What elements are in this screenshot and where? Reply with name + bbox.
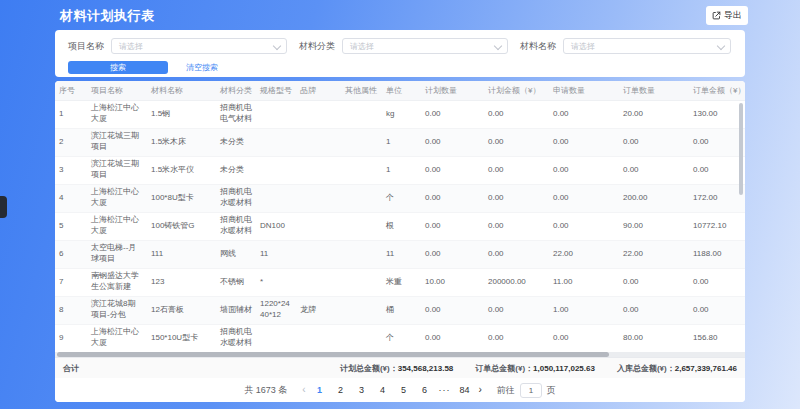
table-cell: 滨江花城三期项目 <box>87 128 147 156</box>
table-cell <box>296 100 341 128</box>
table-cell: 0.00 <box>689 296 745 324</box>
table-cell: 滨江花城三期项目 <box>87 156 147 184</box>
table-cell: 123 <box>147 268 216 296</box>
filter-label: 项目名称 <box>68 40 104 53</box>
table-cell: 11 <box>256 240 296 268</box>
page-buttons: 123456···84 <box>313 385 472 395</box>
page-button-1[interactable]: 1 <box>313 385 327 395</box>
table-cell: 2 <box>55 128 87 156</box>
table-cell: 0.00 <box>619 268 689 296</box>
table-cell: 0.00 <box>421 128 484 156</box>
table-cell: 上海松江中心大厦 <box>87 184 147 212</box>
table-row: 3滨江花城三期项目1.5米水平仪未分类10.000.000.000.000.00 <box>55 156 745 184</box>
table-cell: 1.5钢 <box>147 100 216 128</box>
page-title: 材料计划执行表 <box>60 7 155 25</box>
page-button-6[interactable]: 6 <box>418 385 432 395</box>
table-row: 7南钢盛达大学生公寓新建123不锈钢*米重10.00200000.0011.00… <box>55 268 745 296</box>
table-cell: 0.00 <box>549 100 619 128</box>
vertical-scrollbar[interactable] <box>739 103 743 195</box>
table-cell: 1 <box>55 100 87 128</box>
table-cell: 1220*2440*12 <box>256 296 296 324</box>
table-cell: 22.00 <box>549 240 619 268</box>
table-cell: 太空电梯--月球项目 <box>87 240 147 268</box>
table-cell: 0.00 <box>484 100 549 128</box>
page-button-3[interactable]: 3 <box>355 385 369 395</box>
clear-search-link[interactable]: 清空搜索 <box>186 62 218 73</box>
table-cell: 22.00 <box>619 240 689 268</box>
table-cell: 0.00 <box>421 296 484 324</box>
table-cell: 0.00 <box>549 324 619 352</box>
export-icon <box>712 11 721 20</box>
filter-field-project-name: 项目名称请选择 <box>68 38 287 54</box>
table-cell: 200.00 <box>619 184 689 212</box>
page-button-4[interactable]: 4 <box>376 385 390 395</box>
table-cell: 招商机电电气材料 <box>216 100 256 128</box>
column-header: 规格型号 <box>256 81 296 100</box>
column-header: 计划金额（¥） <box>484 81 549 100</box>
material-name-select[interactable]: 请选择 <box>563 38 731 54</box>
page-button-5[interactable]: 5 <box>397 385 411 395</box>
table-cell: 80.00 <box>619 324 689 352</box>
table-cell <box>341 100 382 128</box>
table-cell <box>341 296 382 324</box>
table-row: 5上海松江中心大厦100铸铁管G招商机电水暖材料DN100根0.000.000.… <box>55 212 745 240</box>
table-cell: 4 <box>55 184 87 212</box>
table-cell: 1188.00 <box>689 240 745 268</box>
table-row: 9上海松江中心大厦150*10U型卡招商机电水暖材料个0.000.000.008… <box>55 324 745 352</box>
table-cell: 150*10U型卡 <box>147 324 216 352</box>
drawer-handle[interactable] <box>0 196 7 218</box>
page-button-84[interactable]: 84 <box>458 385 472 395</box>
table-cell: 6 <box>55 240 87 268</box>
table-cell: 9 <box>55 324 87 352</box>
table-cell <box>256 156 296 184</box>
column-header: 材料名称 <box>147 81 216 100</box>
summary-item-value: 2,657,339,761.46 <box>675 364 737 373</box>
search-button[interactable]: 搜索 <box>68 61 168 74</box>
table-cell: 0.00 <box>421 156 484 184</box>
material-category-select[interactable]: 请选择 <box>342 38 508 54</box>
table-cell: 100铸铁管G <box>147 212 216 240</box>
table-cell: 0.00 <box>421 240 484 268</box>
table-cell: 0.00 <box>484 324 549 352</box>
table-cell: 上海松江中心大厦 <box>87 324 147 352</box>
table-cell <box>256 184 296 212</box>
table-cell <box>341 240 382 268</box>
table-cell: 网线 <box>216 240 256 268</box>
table-cell <box>256 100 296 128</box>
table-cell: 滨江花城8期项目-分包 <box>87 296 147 324</box>
goto-suffix-label: 页 <box>547 384 556 397</box>
table-cell: 招商机电水暖材料 <box>216 212 256 240</box>
table-cell: 南钢盛达大学生公寓新建 <box>87 268 147 296</box>
table-panel: 序号项目名称材料名称材料分类规格型号品牌其他属性单位计划数量计划金额（¥）申请数… <box>55 81 745 402</box>
page-button-2[interactable]: 2 <box>334 385 348 395</box>
filter-label: 材料分类 <box>299 40 335 53</box>
filter-fields: 项目名称请选择材料分类请选择材料名称请选择 <box>68 38 732 54</box>
chevron-down-icon <box>494 42 502 50</box>
prev-page-button[interactable]: ‹ <box>302 385 305 395</box>
table-row: 8滨江花城8期项目-分包12石膏板墙面辅材1220*2440*12龙牌桶0.00… <box>55 296 745 324</box>
table-cell: 1 <box>382 128 421 156</box>
column-header: 订单数量 <box>619 81 689 100</box>
table-cell: 20.00 <box>619 100 689 128</box>
goto-page-input[interactable] <box>520 383 542 398</box>
table-cell: 0.00 <box>484 212 549 240</box>
table-row: 2滨江花城三期项目1.5米木床未分类10.000.000.000.000.00 <box>55 128 745 156</box>
summary-item-value: 1,050,117,025.63 <box>533 364 595 373</box>
table-cell: 1.5米木床 <box>147 128 216 156</box>
table-cell: 111 <box>147 240 216 268</box>
materials-table: 序号项目名称材料名称材料分类规格型号品牌其他属性单位计划数量计划金额（¥）申请数… <box>55 81 745 353</box>
export-button[interactable]: 导出 <box>706 6 748 25</box>
table-cell: 0.00 <box>549 156 619 184</box>
filter-label: 材料名称 <box>520 40 556 53</box>
project-name-select[interactable]: 请选择 <box>111 38 287 54</box>
table-cell: 0.00 <box>619 296 689 324</box>
summary-item: 入库总金额(¥)：2,657,339,761.46 <box>617 363 737 374</box>
table-cell: 0.00 <box>484 128 549 156</box>
column-header: 材料分类 <box>216 81 256 100</box>
next-page-button[interactable]: › <box>479 385 482 395</box>
column-header: 序号 <box>55 81 87 100</box>
column-header: 订单金额（¥） <box>689 81 745 100</box>
table-cell: 个 <box>382 184 421 212</box>
table-cell: 龙牌 <box>296 296 341 324</box>
filter-field-material-name: 材料名称请选择 <box>520 38 731 54</box>
